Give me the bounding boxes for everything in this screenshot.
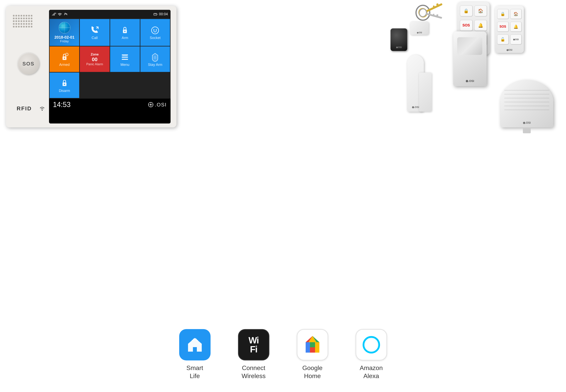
amazon-alexa-icon[interactable] [356, 329, 387, 361]
svg-point-20 [150, 104, 151, 105]
tile-armed-label: Armed [59, 63, 70, 67]
wifi-icon[interactable]: Wi Fi [238, 329, 269, 361]
app-connect-wireless: Wi Fi ConnectWireless [238, 329, 269, 380]
remote2-btn-unlock[interactable]: 🔓 [497, 34, 509, 44]
osi-logo-screen: .OSI [148, 102, 167, 108]
svg-point-6 [124, 31, 126, 32]
screen-grid: 2018-02-01 Friday Call Arm [49, 18, 170, 98]
tile-socket[interactable]: Socket [140, 19, 170, 46]
svg-text:!: ! [67, 54, 67, 56]
tile-menu[interactable]: Menu [110, 46, 140, 72]
pir-osi-label: ◉.OSI [453, 79, 487, 83]
svg-rect-33 [310, 342, 315, 347]
tile-socket-label: Socket [150, 36, 161, 40]
remote2-btn-bell[interactable]: 🔔 [510, 22, 522, 31]
rfid-label: RFID [17, 105, 32, 112]
svg-rect-31 [310, 347, 315, 353]
socket-icon [150, 25, 161, 36]
tile-panic[interactable]: Zone 00 Panic Alarm [80, 46, 109, 72]
svg-rect-32 [315, 342, 319, 353]
remote-btn-home[interactable]: 🏠 [474, 5, 487, 16]
touch-screen: 00:04 2018-02-01 Friday Call [49, 10, 170, 124]
screen-day: Friday [60, 40, 69, 43]
rfid-fob: ◉OSI [391, 28, 407, 51]
remote2-btn-home[interactable]: 🏠 [510, 9, 522, 19]
siren-osi-label: ◉.OSI [500, 121, 553, 124]
svg-point-0 [42, 110, 43, 111]
status-right: 00:04 [154, 12, 168, 16]
siren: ◉.OSI [498, 53, 557, 127]
tile-stay-arm-label: Stay Arm [148, 63, 162, 67]
status-left [52, 12, 68, 16]
status-bar: 00:04 [49, 10, 170, 18]
remote-btn-lock[interactable]: 🔒 [460, 5, 472, 16]
tile-call[interactable]: Call [80, 19, 109, 46]
door-sensor-magnet [419, 72, 432, 112]
tile-menu-label: Menu [121, 63, 129, 67]
svg-rect-15 [123, 55, 127, 56]
disarm-icon [59, 78, 70, 89]
sos-button[interactable]: SOS [18, 53, 39, 74]
amazon-alexa-label: AmazonAlexa [360, 364, 383, 380]
call-icon [89, 25, 100, 36]
google-home-icon[interactable] [297, 329, 328, 361]
sos-label: SOS [23, 61, 34, 67]
remote-control-2[interactable]: 🔒 🏠 SOS 🔔 🔓 ◉OSI ◉OSI [495, 6, 524, 53]
svg-rect-14 [122, 59, 128, 60]
svg-point-21 [416, 5, 430, 20]
remote2-btn-sos[interactable]: SOS [497, 22, 509, 31]
screen-time: 00:04 [159, 12, 168, 16]
tile-disarm[interactable]: Disarm [50, 72, 79, 98]
smart-life-icon[interactable] [179, 329, 211, 361]
screen-bottom: 14:53 .OSI [49, 98, 170, 111]
tile-disarm-label: Disarm [59, 89, 70, 93]
svg-rect-3 [157, 14, 157, 15]
tile-arm[interactable]: Arm [110, 19, 140, 46]
pir-sensor: ◉.OSI [450, 26, 494, 86]
svg-point-35 [365, 339, 377, 351]
arm-icon [119, 25, 130, 36]
pir-lens [457, 37, 482, 55]
google-home-label: GoogleHome [302, 364, 323, 380]
siren-body: ◉.OSI [500, 80, 553, 127]
zone-number: 00 [92, 56, 98, 63]
speaker-grille [12, 14, 39, 29]
svg-point-7 [152, 27, 159, 34]
svg-point-9 [64, 58, 65, 59]
tile-arm-label: Arm [122, 36, 128, 40]
rfid-wifi-icon [39, 106, 45, 112]
globe-icon [59, 22, 71, 33]
pir-body: ◉.OSI [453, 31, 487, 86]
svg-text:⌂: ⌂ [154, 55, 156, 59]
door-sensor-group: ◉.OSI [397, 55, 437, 129]
time-display: 14:53 [53, 100, 71, 109]
svg-point-34 [364, 337, 379, 353]
smart-life-label: SmartLife [186, 364, 203, 380]
tile-call-label: Call [92, 36, 98, 40]
siren-ribs [504, 88, 549, 112]
connect-wireless-label: ConnectWireless [241, 364, 266, 380]
app-amazon-alexa: AmazonAlexa [356, 329, 387, 380]
svg-rect-30 [306, 342, 310, 353]
bottom-apps-section: SmartLife Wi Fi ConnectWireless [0, 329, 566, 380]
menu-icon [119, 52, 130, 63]
svg-point-18 [64, 84, 65, 85]
app-google-home: GoogleHome [297, 329, 328, 380]
screen-date: 2018-02-01 [54, 35, 74, 40]
armed-icon: ! [59, 52, 70, 63]
svg-point-1 [59, 15, 60, 16]
svg-rect-2 [154, 13, 157, 15]
svg-rect-13 [122, 57, 128, 58]
alarm-panel: SOS RFID 00:04 [6, 6, 176, 127]
tile-date[interactable]: 2018-02-01 Friday [50, 19, 79, 46]
remote2-btn-osi: ◉OSI [510, 34, 522, 44]
app-smart-life: SmartLife [179, 329, 211, 380]
remote2-osi-label: ◉OSI [495, 49, 524, 51]
rfid-tag: ◉OSI [410, 22, 429, 35]
stay-arm-icon: ⌂ [150, 52, 161, 63]
tile-stay[interactable]: ⌂ Stay Arm [140, 46, 170, 72]
tile-armed[interactable]: ! Armed [50, 46, 79, 72]
remote2-btn-lock[interactable]: 🔒 [497, 9, 509, 19]
